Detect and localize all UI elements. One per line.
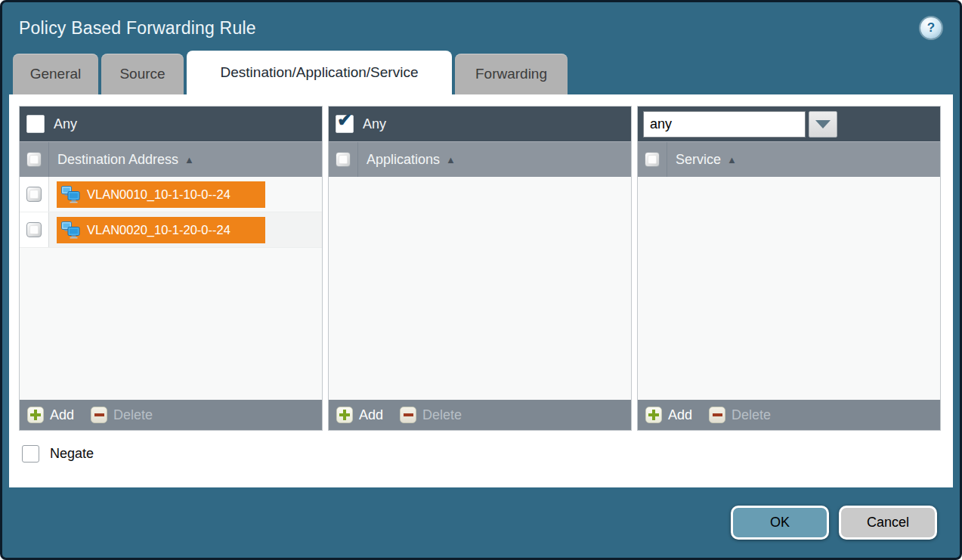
table-row[interactable]: VLAN0010_10-1-10-0--24 bbox=[20, 177, 322, 212]
sort-asc-icon: ▲ bbox=[727, 154, 737, 166]
row-checkbox[interactable] bbox=[26, 222, 42, 237]
negate-label: Negate bbox=[50, 446, 94, 462]
dialog-title: Policy Based Forwarding Rule bbox=[19, 18, 920, 39]
delete-label: Delete bbox=[422, 407, 462, 423]
service-type-value[interactable]: any bbox=[643, 111, 806, 138]
negate-row: Negate bbox=[22, 445, 941, 463]
service-column-label: Service bbox=[676, 152, 721, 168]
destination-list: VLAN0010_10-1-10-0--24 bbox=[20, 177, 322, 400]
applications-column-label: Applications bbox=[367, 152, 440, 168]
service-panel: any Service ▲ Add bbox=[637, 106, 941, 431]
ok-button[interactable]: OK bbox=[731, 506, 829, 540]
applications-panel: ✔ Any Applications ▲ Add bbox=[328, 106, 632, 431]
minus-icon bbox=[400, 407, 416, 423]
plus-icon bbox=[645, 407, 662, 423]
delete-button[interactable]: Delete bbox=[400, 407, 462, 423]
policy-based-forwarding-dialog: Policy Based Forwarding Rule ? General S… bbox=[0, 0, 962, 560]
sort-asc-icon: ▲ bbox=[446, 154, 456, 166]
tab-bar: General Source Destination/Application/S… bbox=[2, 49, 960, 94]
service-list bbox=[638, 177, 940, 400]
destination-any-bar: Any bbox=[20, 107, 322, 141]
negate-checkbox[interactable] bbox=[22, 445, 39, 463]
dialog-titlebar: Policy Based Forwarding Rule ? bbox=[2, 2, 960, 49]
service-dropdown-bar: any bbox=[638, 107, 940, 141]
tab-destination-application-service[interactable]: Destination/Application/Service bbox=[187, 51, 452, 94]
tab-source[interactable]: Source bbox=[101, 54, 184, 94]
check-icon: ✔ bbox=[337, 111, 352, 129]
plus-icon bbox=[27, 407, 44, 423]
applications-any-bar: ✔ Any bbox=[329, 107, 631, 141]
applications-list bbox=[329, 177, 631, 400]
dialog-footer: OK Cancel bbox=[2, 487, 960, 558]
add-label: Add bbox=[359, 407, 383, 423]
tab-general[interactable]: General bbox=[13, 54, 98, 94]
address-name: VLAN0010_10-1-10-0--24 bbox=[87, 187, 230, 202]
address-object-icon bbox=[60, 221, 81, 239]
destination-column-header[interactable]: Destination Address ▲ bbox=[20, 141, 322, 177]
add-button[interactable]: Add bbox=[27, 407, 74, 423]
address-object-icon bbox=[60, 185, 81, 203]
sort-asc-icon: ▲ bbox=[184, 154, 194, 166]
add-label: Add bbox=[668, 407, 692, 423]
destination-column-label: Destination Address bbox=[57, 152, 178, 168]
chevron-down-icon bbox=[815, 120, 831, 128]
service-toolbar: Add Delete bbox=[638, 400, 940, 430]
minus-icon bbox=[91, 407, 107, 423]
help-icon[interactable]: ? bbox=[920, 17, 942, 39]
table-row[interactable]: VLAN0020_10-1-20-0--24 bbox=[20, 212, 322, 248]
delete-button[interactable]: Delete bbox=[91, 407, 153, 423]
tab-forwarding[interactable]: Forwarding bbox=[455, 54, 568, 94]
applications-column-header[interactable]: Applications ▲ bbox=[329, 141, 631, 177]
add-label: Add bbox=[50, 407, 74, 423]
service-column-header[interactable]: Service ▲ bbox=[638, 141, 940, 177]
row-checkbox[interactable] bbox=[26, 187, 42, 202]
destination-address-item[interactable]: VLAN0010_10-1-10-0--24 bbox=[57, 181, 265, 208]
cancel-button[interactable]: Cancel bbox=[839, 506, 937, 540]
destination-address-item[interactable]: VLAN0020_10-1-20-0--24 bbox=[57, 217, 265, 243]
delete-label: Delete bbox=[113, 407, 153, 423]
destination-any-checkbox[interactable] bbox=[26, 115, 45, 133]
destination-select-all-checkbox[interactable] bbox=[26, 152, 42, 167]
delete-button[interactable]: Delete bbox=[709, 407, 771, 423]
dropdown-button[interactable] bbox=[809, 111, 837, 138]
tab-content: Any Destination Address ▲ bbox=[9, 94, 953, 487]
minus-icon bbox=[709, 407, 725, 423]
add-button[interactable]: Add bbox=[336, 407, 383, 423]
applications-toolbar: Add Delete bbox=[329, 400, 631, 430]
add-button[interactable]: Add bbox=[645, 407, 692, 423]
destination-toolbar: Add Delete bbox=[20, 400, 322, 430]
service-select-all-checkbox[interactable] bbox=[645, 152, 660, 167]
service-type-dropdown[interactable]: any bbox=[643, 111, 837, 138]
address-name: VLAN0020_10-1-20-0--24 bbox=[87, 223, 230, 237]
applications-any-checkbox[interactable]: ✔ bbox=[336, 115, 354, 133]
applications-select-all-checkbox[interactable] bbox=[336, 152, 351, 167]
destination-any-label: Any bbox=[54, 116, 77, 132]
delete-label: Delete bbox=[732, 407, 771, 423]
destination-address-panel: Any Destination Address ▲ bbox=[19, 106, 323, 431]
applications-any-label: Any bbox=[363, 116, 386, 132]
plus-icon bbox=[336, 407, 353, 423]
